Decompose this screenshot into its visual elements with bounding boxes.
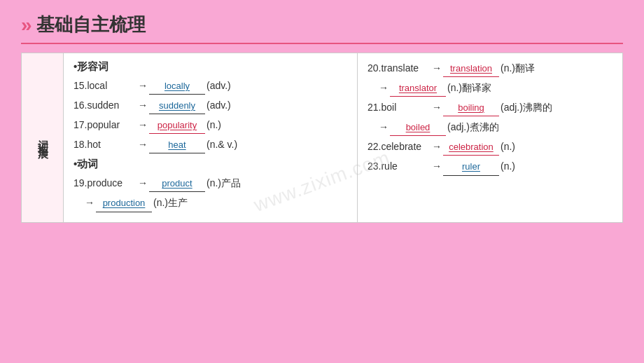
word-row-23: 23.rule → ruler (n.) (368, 158, 612, 175)
word-22-num: 22.celebrate (368, 139, 430, 156)
answer-celebration: celebration (443, 139, 499, 156)
answer-translation: translation (443, 61, 499, 77)
word-row-15: 15.local → locally (adv.) (74, 78, 347, 95)
word-row-21: 21.boil → boiling (adj.)沸腾的 (368, 100, 612, 116)
word-18-num: 18.hot (74, 137, 136, 153)
word-16-num: 16.sudden (74, 97, 136, 114)
word-row-18: 18.hot → heat (n.& v.) (74, 137, 347, 153)
main-table: 词汇拓展 •形容词 15.local → locally (adv.) 16.s… (21, 53, 623, 223)
word-17-num: 17.popular (74, 117, 136, 134)
word-row-translator: → translator (n.)翻译家 (377, 80, 612, 97)
answer-locally: locally (149, 78, 205, 95)
word-row-boiled: → boiled (adj.)煮沸的 (377, 119, 612, 136)
label-cell: 词汇拓展 (22, 53, 64, 223)
word-row-20: 20.translate → translation (n.)翻译 (368, 60, 612, 77)
page-container: » 基础自主梳理 词汇拓展 •形容词 15.local → locally (a… (0, 0, 644, 363)
answer-heat: heat (149, 137, 205, 153)
word-23-num: 23.rule (368, 158, 430, 175)
word-15-num: 15.local (74, 78, 136, 95)
word-19-num: 19.produce (74, 175, 136, 192)
header-section: » 基础自主梳理 (21, 13, 623, 44)
left-content: •形容词 15.local → locally (adv.) 16.sudden… (64, 53, 358, 223)
word-row-16: 16.sudden → suddenly (adv.) (74, 97, 347, 114)
answer-production: production (96, 196, 152, 212)
answer-boiled: boiled (390, 120, 446, 136)
word-21-num: 21.boil (368, 100, 430, 116)
word-row-22: 22.celebrate → celebration (n.) (368, 139, 612, 156)
word-20-num: 20.translate (368, 60, 430, 77)
answer-product: product (149, 176, 205, 192)
word-row-19: 19.produce → product (n.)产品 (74, 175, 347, 192)
answer-ruler: ruler (443, 159, 499, 175)
answer-boiling: boiling (443, 100, 499, 116)
page-title: 基础自主梳理 (36, 13, 146, 37)
chevron-double-icon: » (21, 14, 29, 36)
word-row-production: → production (n.)生产 (83, 195, 347, 212)
adjective-header: •形容词 (74, 60, 347, 74)
right-content: 20.translate → translation (n.)翻译 → tran… (358, 53, 623, 223)
answer-translator: translator (390, 81, 446, 97)
word-row-17: 17.popular → popularity (n.) (74, 117, 347, 134)
verb-header: •动词 (74, 158, 347, 171)
answer-popularity: popularity (149, 118, 205, 134)
answer-suddenly: suddenly (149, 98, 205, 114)
